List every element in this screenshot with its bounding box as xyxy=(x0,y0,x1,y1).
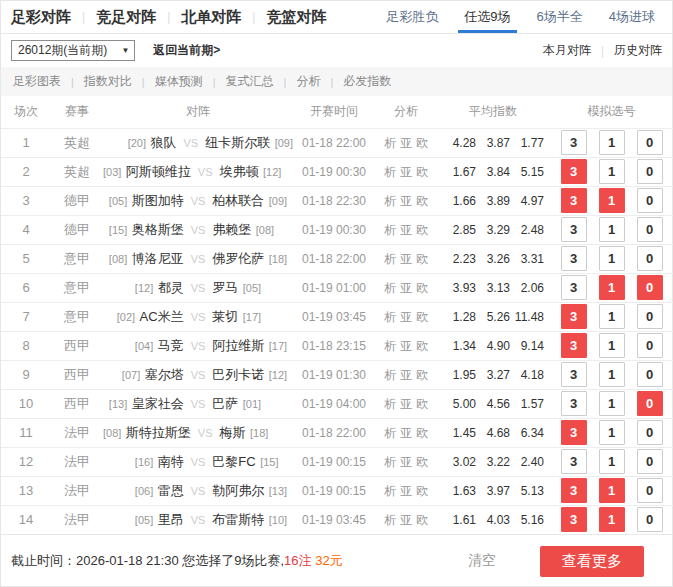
period-dropdown[interactable]: 26012期(当前期) ▼ xyxy=(11,40,135,61)
european-odds-link[interactable]: 欧 xyxy=(416,368,428,382)
pick-button-1[interactable]: 1 xyxy=(599,130,625,155)
analysis-link[interactable]: 析 xyxy=(384,455,396,469)
pick-button-1[interactable]: 1 xyxy=(599,478,625,503)
home-team[interactable]: 都灵 xyxy=(158,280,184,295)
home-team[interactable]: 皇家社会 xyxy=(132,396,184,411)
home-team[interactable]: 塞尔塔 xyxy=(145,367,184,382)
analysis-link[interactable]: 析 xyxy=(384,194,396,208)
pick-button-3[interactable]: 3 xyxy=(561,246,587,271)
home-team[interactable]: 斯特拉斯堡 xyxy=(126,425,191,440)
away-team[interactable]: 纽卡斯尔联 xyxy=(205,135,270,150)
pick-button-0[interactable]: 0 xyxy=(637,507,663,532)
pick-button-3[interactable]: 3 xyxy=(561,391,587,416)
pick-button-3[interactable]: 3 xyxy=(561,159,587,184)
asian-odds-link[interactable]: 亚 xyxy=(400,397,412,411)
away-team[interactable]: 巴黎FC xyxy=(212,454,255,469)
view-more-button[interactable]: 查看更多 xyxy=(540,546,644,577)
home-team[interactable]: 奥格斯堡 xyxy=(132,222,184,237)
pick-button-3[interactable]: 3 xyxy=(561,130,587,155)
away-team[interactable]: 柏林联合 xyxy=(212,193,264,208)
sub-nav-item-0[interactable]: 足彩图表 xyxy=(13,73,61,90)
play-type-tab-2[interactable]: 6场半全 xyxy=(524,1,596,33)
pick-button-3[interactable]: 3 xyxy=(561,478,587,503)
analysis-link[interactable]: 析 xyxy=(384,368,396,382)
pick-button-3[interactable]: 3 xyxy=(561,507,587,532)
pick-button-3[interactable]: 3 xyxy=(561,333,587,358)
away-team[interactable]: 梅斯 xyxy=(220,425,246,440)
pick-button-0[interactable]: 0 xyxy=(637,478,663,503)
pick-button-3[interactable]: 3 xyxy=(561,449,587,474)
analysis-link[interactable]: 析 xyxy=(384,223,396,237)
away-team[interactable]: 埃弗顿 xyxy=(220,164,259,179)
sub-nav-item-4[interactable]: 分析 xyxy=(296,73,320,90)
history-matches-link[interactable]: 历史对阵 xyxy=(614,42,662,59)
home-team[interactable]: 雷恩 xyxy=(158,483,184,498)
month-matches-link[interactable]: 本月对阵 xyxy=(543,42,591,59)
main-tab-1[interactable]: 竞足对阵 xyxy=(96,8,156,27)
sub-nav-item-3[interactable]: 复式汇总 xyxy=(226,73,274,90)
pick-button-0[interactable]: 0 xyxy=(637,188,663,213)
sub-nav-item-2[interactable]: 媒体预测 xyxy=(155,73,203,90)
analysis-link[interactable]: 析 xyxy=(384,397,396,411)
pick-button-0[interactable]: 0 xyxy=(637,449,663,474)
analysis-link[interactable]: 析 xyxy=(384,165,396,179)
main-tab-0[interactable]: 足彩对阵 xyxy=(11,8,71,27)
european-odds-link[interactable]: 欧 xyxy=(416,136,428,150)
pick-button-3[interactable]: 3 xyxy=(561,304,587,329)
pick-button-0[interactable]: 0 xyxy=(637,159,663,184)
home-team[interactable]: 斯图加特 xyxy=(132,193,184,208)
play-type-tab-0[interactable]: 足彩胜负 xyxy=(373,1,451,33)
home-team[interactable]: 狼队 xyxy=(151,135,177,150)
european-odds-link[interactable]: 欧 xyxy=(416,484,428,498)
european-odds-link[interactable]: 欧 xyxy=(416,513,428,527)
analysis-link[interactable]: 析 xyxy=(384,281,396,295)
asian-odds-link[interactable]: 亚 xyxy=(400,513,412,527)
away-team[interactable]: 巴萨 xyxy=(212,396,238,411)
pick-button-3[interactable]: 3 xyxy=(561,275,587,300)
main-tab-2[interactable]: 北单对阵 xyxy=(181,8,241,27)
away-team[interactable]: 佛罗伦萨 xyxy=(212,251,264,266)
european-odds-link[interactable]: 欧 xyxy=(416,310,428,324)
pick-button-0[interactable]: 0 xyxy=(637,275,663,300)
pick-button-0[interactable]: 0 xyxy=(637,420,663,445)
away-team[interactable]: 布雷斯特 xyxy=(212,512,264,527)
clear-button[interactable]: 清空 xyxy=(468,552,496,570)
asian-odds-link[interactable]: 亚 xyxy=(400,252,412,266)
home-team[interactable]: 里昂 xyxy=(158,512,184,527)
home-team[interactable]: 阿斯顿维拉 xyxy=(126,164,191,179)
pick-button-0[interactable]: 0 xyxy=(637,217,663,242)
asian-odds-link[interactable]: 亚 xyxy=(400,484,412,498)
european-odds-link[interactable]: 欧 xyxy=(416,252,428,266)
home-team[interactable]: 马竞 xyxy=(158,338,184,353)
pick-button-3[interactable]: 3 xyxy=(561,362,587,387)
european-odds-link[interactable]: 欧 xyxy=(416,223,428,237)
analysis-link[interactable]: 析 xyxy=(384,136,396,150)
asian-odds-link[interactable]: 亚 xyxy=(400,368,412,382)
analysis-link[interactable]: 析 xyxy=(384,484,396,498)
pick-button-1[interactable]: 1 xyxy=(599,507,625,532)
asian-odds-link[interactable]: 亚 xyxy=(400,455,412,469)
pick-button-1[interactable]: 1 xyxy=(599,188,625,213)
pick-button-1[interactable]: 1 xyxy=(599,449,625,474)
european-odds-link[interactable]: 欧 xyxy=(416,339,428,353)
pick-button-0[interactable]: 0 xyxy=(637,130,663,155)
analysis-link[interactable]: 析 xyxy=(384,513,396,527)
european-odds-link[interactable]: 欧 xyxy=(416,455,428,469)
pick-button-3[interactable]: 3 xyxy=(561,217,587,242)
asian-odds-link[interactable]: 亚 xyxy=(400,194,412,208)
away-team[interactable]: 巴列卡诺 xyxy=(212,367,264,382)
home-team[interactable]: AC米兰 xyxy=(140,309,184,324)
european-odds-link[interactable]: 欧 xyxy=(416,397,428,411)
play-type-tab-3[interactable]: 4场进球 xyxy=(596,1,668,33)
away-team[interactable]: 阿拉维斯 xyxy=(212,338,264,353)
pick-button-1[interactable]: 1 xyxy=(599,246,625,271)
european-odds-link[interactable]: 欧 xyxy=(416,165,428,179)
home-team[interactable]: 南特 xyxy=(158,454,184,469)
asian-odds-link[interactable]: 亚 xyxy=(400,339,412,353)
asian-odds-link[interactable]: 亚 xyxy=(400,281,412,295)
analysis-link[interactable]: 析 xyxy=(384,339,396,353)
sub-nav-item-5[interactable]: 必发指数 xyxy=(343,73,391,90)
asian-odds-link[interactable]: 亚 xyxy=(400,136,412,150)
asian-odds-link[interactable]: 亚 xyxy=(400,223,412,237)
pick-button-0[interactable]: 0 xyxy=(637,362,663,387)
